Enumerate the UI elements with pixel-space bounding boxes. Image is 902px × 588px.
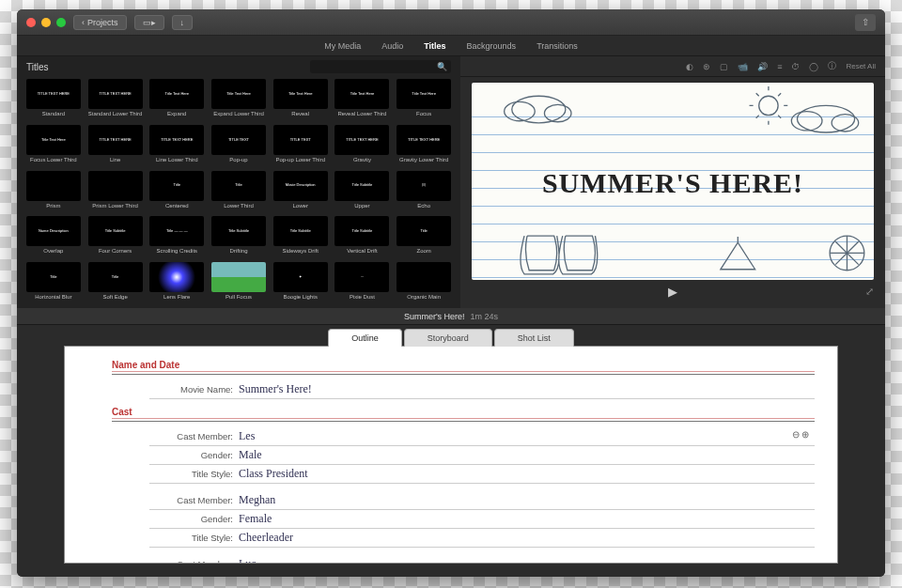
title-tile[interactable]: Movie DescriptionLower (272, 171, 330, 215)
title-tile[interactable]: TitleHorizontal Blur (24, 262, 83, 306)
tile-label: Pop-up Lower Third (275, 157, 325, 162)
title-tile[interactable]: TitleZoom (395, 216, 453, 260)
maximize-icon[interactable] (56, 18, 66, 27)
cast-style-value[interactable]: Cheerleader (239, 531, 293, 545)
title-tile[interactable]: TITLE TEXTPop-up (210, 125, 268, 169)
project-duration: 1m 24s (471, 312, 499, 321)
title-tile[interactable]: Prism (24, 171, 83, 215)
tile-thumb: TITLE TEXT HERE (397, 125, 451, 155)
close-icon[interactable] (26, 18, 36, 27)
tab-outline[interactable]: Outline (328, 329, 402, 347)
title-tile[interactable]: TITLE TEXT HEREStandard (24, 79, 83, 123)
title-tile[interactable]: Lens Flare (148, 262, 206, 306)
tile-label: Boogie Lights (284, 294, 318, 300)
title-tile[interactable]: TITLE TEXTPop-up Lower Third (272, 125, 330, 169)
filter-icon[interactable]: ◯ (809, 62, 818, 71)
tile-thumb (397, 262, 451, 292)
title-tile[interactable]: TitleLower Third (210, 171, 268, 215)
media-tab-my-media[interactable]: My Media (324, 41, 361, 51)
color-balance-icon[interactable]: ⊛ (703, 62, 710, 71)
title-tile[interactable]: Prism Lower Third (86, 171, 145, 215)
tile-label: Line (110, 157, 120, 162)
media-tabs: My MediaAudioTitlesBackgroundsTransition… (17, 36, 885, 56)
preview-pane: ◐ ⊛ ▢ 📹 🔊 ≡ ⏱ ◯ ⓘ Reset All (460, 56, 885, 308)
title-tile[interactable]: Title Text HereExpand Lower Third (210, 79, 268, 123)
noise-icon[interactable]: ≡ (777, 62, 782, 71)
title-tile[interactable]: Title SubtitleFour Corners (86, 216, 145, 260)
minimize-icon[interactable] (41, 18, 51, 27)
tile-label: Overlap (43, 248, 63, 254)
outline-sheet[interactable]: Name and Date Movie Name: Summer's Here!… (64, 346, 838, 564)
back-button[interactable]: ‹ Projects (73, 15, 127, 30)
title-tile[interactable]: Title SubtitleVertical Drift (334, 216, 392, 260)
title-tile[interactable]: TITLE TEXT HEREStandard Lower Third (86, 79, 145, 123)
fullscreen-icon[interactable]: ⤢ (865, 286, 874, 298)
search-input[interactable]: 🔍 (310, 60, 451, 73)
media-tab-transitions[interactable]: Transitions (537, 41, 578, 51)
title-tile[interactable]: Title Text HereFocus (395, 79, 453, 123)
cast-gender-value[interactable]: Female (239, 512, 272, 526)
tile-label: Echo (417, 203, 430, 209)
enhance-icon[interactable]: ◐ (686, 62, 693, 71)
title-tile[interactable]: TITLE TEXT HERELine (86, 125, 145, 169)
title-tile[interactable]: ✦Boogie Lights (272, 262, 330, 306)
title-tile[interactable]: Organic Main (395, 262, 453, 306)
remove-icon[interactable]: ⊖ (792, 429, 801, 440)
cast-style-row: Title Style:Class President (149, 465, 815, 484)
tile-thumb: Title Text Here (397, 79, 451, 109)
play-button[interactable]: ▶ (668, 285, 677, 299)
tile-label: Organic Main (407, 294, 441, 300)
cast-member-value[interactable]: Meghan (239, 493, 275, 507)
tile-thumb: Title Subtitle (334, 216, 389, 246)
import-button[interactable]: ↓ (172, 15, 194, 30)
library-toggle[interactable]: ▭▸ (134, 15, 164, 30)
volume-icon[interactable]: 🔊 (757, 62, 768, 71)
info-icon[interactable]: ⓘ (828, 60, 836, 72)
title-tile[interactable]: TITLE TEXT HEREGravity Lower Third (395, 125, 453, 169)
tile-thumb: TITLE TEXT HERE (88, 125, 143, 155)
cast-gender-value[interactable]: Male (239, 448, 262, 462)
title-tile[interactable]: Title Text HereReveal Lower Third (334, 79, 392, 123)
media-tab-titles[interactable]: Titles (424, 41, 445, 51)
cast-member-value[interactable]: Luc (239, 557, 257, 564)
add-icon[interactable]: ⊕ (801, 429, 811, 440)
share-button[interactable]: ⇧ (855, 14, 876, 31)
title-tile[interactable]: 日Echo (395, 171, 453, 215)
title-tile[interactable]: Title Text HereReveal (272, 79, 330, 123)
title-tile[interactable]: TitleCentered (148, 171, 206, 215)
title-tile[interactable]: TitleSoft Edge (86, 262, 145, 306)
media-tab-backgrounds[interactable]: Backgrounds (467, 41, 517, 51)
tab-shot-list[interactable]: Shot List (494, 329, 574, 347)
title-tile[interactable]: Pull Focus (210, 262, 268, 306)
title-tile[interactable]: TITLE TEXT HERELine Lower Third (148, 125, 206, 169)
title-tile[interactable]: Title SubtitleSideways Drift (272, 216, 330, 260)
cast-style-value[interactable]: Class President (239, 467, 308, 481)
tile-thumb: TITLE TEXT (211, 125, 266, 155)
title-tile[interactable]: ···Pixie Dust (334, 262, 392, 306)
title-tile[interactable]: TITLE TEXT HEREGravity (334, 125, 392, 169)
tile-label: Lower Third (224, 203, 254, 209)
tile-thumb: Title Subtitle (334, 171, 389, 201)
cast-member-row: Cast Member:Meghan (149, 491, 815, 510)
section-name-date: Name and Date (112, 360, 815, 372)
speed-icon[interactable]: ⏱ (791, 62, 800, 71)
tile-label: Zoom (416, 248, 430, 254)
crop-icon[interactable]: ▢ (720, 62, 728, 71)
tile-label: Pull Focus (226, 294, 252, 300)
title-tile[interactable]: Title SubtitleUpper (334, 171, 392, 215)
tile-thumb: Title Text Here (273, 79, 328, 109)
tab-storyboard[interactable]: Storyboard (404, 329, 492, 347)
title-tile[interactable]: Title — — —Scrolling Credits (148, 216, 206, 260)
reset-all-button[interactable]: Reset All (846, 62, 876, 70)
cast-member-value[interactable]: Les (239, 429, 255, 443)
stabilize-icon[interactable]: 📹 (738, 62, 748, 71)
title-tile[interactable]: Title SubtitleDrifting (210, 216, 268, 260)
title-tile[interactable]: Title Text HereFocus Lower Third (24, 125, 83, 169)
title-tile[interactable]: Title Text HereExpand (148, 79, 206, 123)
cast-gender-row: Gender:Female (149, 510, 815, 529)
preview-canvas[interactable]: SUMMER'S HERE! (472, 83, 874, 280)
media-tab-audio[interactable]: Audio (381, 41, 403, 51)
title-tile[interactable]: Name DescriptionOverlap (24, 216, 83, 260)
tile-thumb: Title — — — (149, 216, 204, 246)
movie-name-value[interactable]: Summer's Here! (239, 382, 312, 396)
